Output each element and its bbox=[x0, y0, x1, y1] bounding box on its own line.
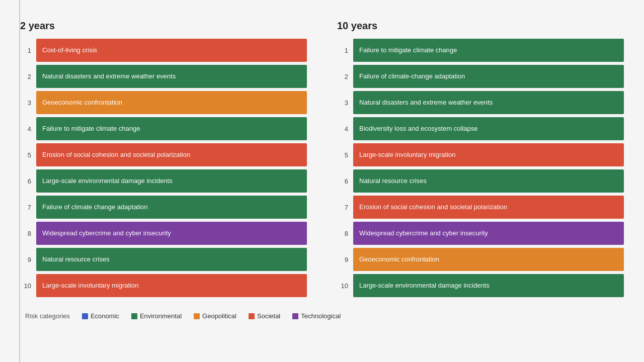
legend-items: Economic Environmental Geopolitical Soci… bbox=[82, 312, 341, 320]
list-item: 4 Failure to mitigate climate change bbox=[20, 117, 307, 140]
list-item: 10 Large-scale involuntary migration bbox=[20, 274, 307, 297]
rank-number: 10 bbox=[20, 282, 31, 290]
rank-number: 5 bbox=[20, 151, 31, 159]
risk-bar: Biodiversity loss and ecosystem collapse bbox=[353, 117, 624, 140]
risk-bar: Failure to mitigate climate change bbox=[36, 117, 307, 140]
legend-item: Environmental bbox=[131, 312, 182, 320]
risk-bar: Erosion of social cohesion and societal … bbox=[353, 196, 624, 219]
legend-label: Environmental bbox=[140, 312, 182, 320]
rank-number: 3 bbox=[20, 99, 31, 107]
left-risk-list: 1 Cost-of-living crisis 2 Natural disast… bbox=[20, 39, 307, 297]
risk-bar: Failure of climate change adaptation bbox=[36, 196, 307, 219]
risk-bar: Failure to mitigate climate change bbox=[353, 39, 624, 62]
rank-number: 2 bbox=[20, 73, 31, 80]
legend-dot bbox=[131, 313, 137, 319]
list-item: 5 Large-scale involuntary migration bbox=[337, 143, 624, 166]
list-item: 7 Erosion of social cohesion and societa… bbox=[337, 196, 624, 219]
list-item: 6 Large-scale environmental damage incid… bbox=[20, 169, 307, 193]
list-item: 5 Erosion of social cohesion and societa… bbox=[20, 143, 307, 166]
rank-number: 4 bbox=[337, 125, 348, 133]
right-risk-list: 1 Failure to mitigate climate change 2 F… bbox=[337, 39, 624, 297]
list-item: 9 Natural resource crises bbox=[20, 248, 307, 271]
legend-item: Geopolitical bbox=[194, 312, 236, 320]
risk-bar: Cost-of-living crisis bbox=[36, 39, 307, 62]
risk-bar: Erosion of social cohesion and societal … bbox=[36, 143, 307, 166]
rank-number: 6 bbox=[20, 177, 31, 185]
right-column-title: 10 years bbox=[337, 20, 624, 32]
legend-dot bbox=[82, 313, 88, 319]
left-column: 2 years 1 Cost-of-living crisis 2 Natura… bbox=[20, 20, 307, 297]
list-item: 2 Natural disasters and extreme weather … bbox=[20, 65, 307, 88]
list-item: 7 Failure of climate change adaptation bbox=[20, 196, 307, 219]
legend: Risk categories Economic Environmental G… bbox=[20, 312, 624, 320]
legend-dot bbox=[194, 313, 200, 319]
legend-label: Technological bbox=[301, 312, 341, 320]
legend-label: Societal bbox=[257, 312, 280, 320]
legend-label: Economic bbox=[91, 312, 119, 320]
risk-bar: Large-scale involuntary migration bbox=[36, 274, 307, 297]
list-item: 3 Geoeconomic confrontation bbox=[20, 91, 307, 114]
right-column: 10 years 1 Failure to mitigate climate c… bbox=[337, 20, 624, 297]
page: 2 years 1 Cost-of-living crisis 2 Natura… bbox=[0, 0, 644, 362]
rank-number: 9 bbox=[20, 256, 31, 263]
legend-label: Geopolitical bbox=[202, 312, 236, 320]
rank-number: 9 bbox=[337, 256, 348, 263]
rank-number: 5 bbox=[337, 151, 348, 159]
rank-number: 8 bbox=[337, 230, 348, 237]
legend-item: Societal bbox=[249, 312, 280, 320]
rank-number: 1 bbox=[20, 47, 31, 54]
risk-bar: Large-scale environmental damage inciden… bbox=[36, 169, 307, 193]
risk-bar: Geoeconomic confrontation bbox=[36, 91, 307, 114]
legend-dot bbox=[249, 313, 255, 319]
list-item: 1 Cost-of-living crisis bbox=[20, 39, 307, 62]
risk-bar: Natural resource crises bbox=[36, 248, 307, 271]
legend-item: Economic bbox=[82, 312, 119, 320]
rank-number: 10 bbox=[337, 282, 348, 290]
rank-number: 2 bbox=[337, 73, 348, 80]
list-item: 10 Large-scale environmental damage inci… bbox=[337, 274, 624, 297]
risk-bar: Widespread cybercrime and cyber insecuri… bbox=[353, 222, 624, 245]
rank-number: 1 bbox=[337, 47, 348, 54]
columns-container: 2 years 1 Cost-of-living crisis 2 Natura… bbox=[20, 20, 624, 297]
rank-number: 7 bbox=[337, 204, 348, 211]
list-item: 2 Failure of climate-change adaptation bbox=[337, 65, 624, 88]
left-column-title: 2 years bbox=[20, 20, 307, 32]
rank-number: 3 bbox=[337, 99, 348, 107]
risk-bar: Natural disasters and extreme weather ev… bbox=[353, 91, 624, 114]
rank-number: 4 bbox=[20, 125, 31, 133]
list-item: 6 Natural resource crises bbox=[337, 169, 624, 193]
legend-title: Risk categories bbox=[25, 312, 70, 320]
risk-bar: Large-scale environmental damage inciden… bbox=[353, 274, 624, 297]
list-item: 8 Widespread cybercrime and cyber insecu… bbox=[20, 222, 307, 245]
list-item: 3 Natural disasters and extreme weather … bbox=[337, 91, 624, 114]
risk-bar: Large-scale involuntary migration bbox=[353, 143, 624, 166]
risk-bar: Failure of climate-change adaptation bbox=[353, 65, 624, 88]
legend-dot bbox=[292, 313, 298, 319]
list-item: 8 Widespread cybercrime and cyber insecu… bbox=[337, 222, 624, 245]
rank-number: 7 bbox=[20, 204, 31, 211]
list-item: 9 Geoeconomic confrontation bbox=[337, 248, 624, 271]
risk-bar: Natural disasters and extreme weather ev… bbox=[36, 65, 307, 88]
rank-number: 6 bbox=[337, 177, 348, 185]
rank-number: 8 bbox=[20, 230, 31, 237]
legend-item: Technological bbox=[292, 312, 341, 320]
left-border bbox=[19, 0, 20, 362]
risk-bar: Widespread cybercrime and cyber insecuri… bbox=[36, 222, 307, 245]
list-item: 4 Biodiversity loss and ecosystem collap… bbox=[337, 117, 624, 140]
risk-bar: Natural resource crises bbox=[353, 169, 624, 193]
list-item: 1 Failure to mitigate climate change bbox=[337, 39, 624, 62]
risk-bar: Geoeconomic confrontation bbox=[353, 248, 624, 271]
